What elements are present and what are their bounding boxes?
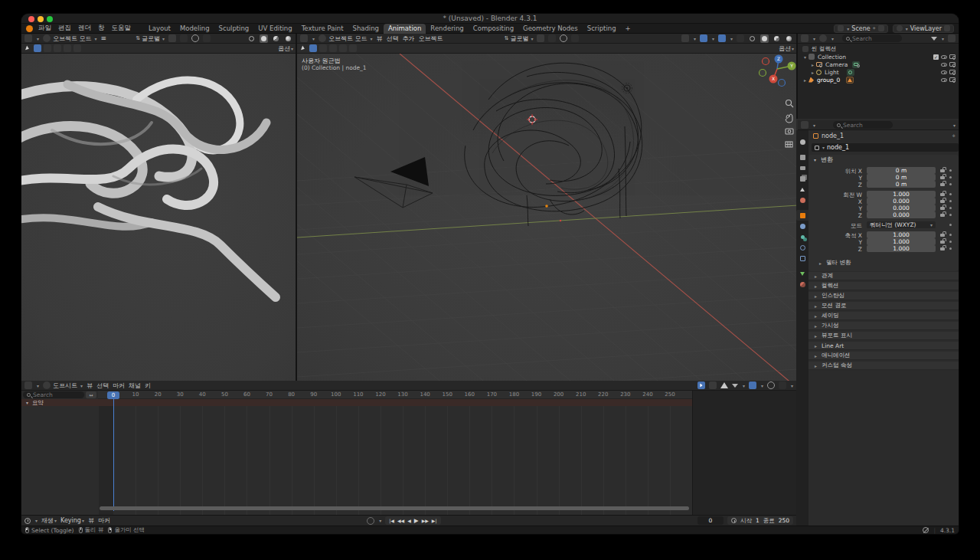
editor-type-icon[interactable] <box>300 34 308 42</box>
add-workspace-button[interactable]: + <box>621 24 635 34</box>
menu-window[interactable]: 창 <box>98 24 105 33</box>
tab-tool-icon[interactable] <box>796 136 808 147</box>
falloff-chevron[interactable] <box>790 382 793 389</box>
menu-marker[interactable]: 마커 <box>113 382 125 390</box>
view-layer-name[interactable]: ViewLayer <box>910 25 942 32</box>
select-mode-invert-icon[interactable] <box>64 44 71 52</box>
select-box-tool-icon[interactable] <box>34 44 41 52</box>
network-offline-icon[interactable] <box>923 527 929 533</box>
menu-render[interactable]: 렌더 <box>78 24 91 33</box>
jump-to-end-button[interactable]: ▶| <box>430 517 439 525</box>
tab-modifiers-icon[interactable] <box>796 221 808 231</box>
disable-render-icon[interactable] <box>949 77 956 82</box>
start-frame-field[interactable]: 1 <box>756 517 760 524</box>
previous-keyframe-button[interactable]: ◀◀ <box>396 517 406 525</box>
tweak-tool-icon[interactable] <box>24 44 31 52</box>
dope-sheet-mode-dropdown[interactable]: 도프시트 <box>43 382 83 390</box>
lock-icon[interactable] <box>940 176 945 179</box>
scale-y-field[interactable]: 1.000 <box>867 238 936 245</box>
outliner-row-camera[interactable]: ▸ Camera <box>798 61 959 68</box>
proportional-editing-icon[interactable] <box>191 34 199 42</box>
properties-search[interactable] <box>833 121 893 129</box>
disable-render-icon[interactable] <box>949 70 956 74</box>
editor-type-icon[interactable] <box>24 382 32 389</box>
group0-data-badge[interactable] <box>846 77 854 84</box>
outliner-row-scene-collection[interactable]: 씬 컬렉션 <box>798 45 959 53</box>
tab-object-data-icon[interactable] <box>796 268 808 279</box>
outliner-row-group0[interactable]: ▸ group_0 <box>798 76 959 84</box>
outliner-display-mode-icon[interactable] <box>801 34 808 42</box>
mode-dropdown[interactable]: 오브젝트 모드 <box>318 34 373 43</box>
tab-constraints-icon[interactable] <box>796 253 808 264</box>
lock-icon[interactable] <box>940 169 945 172</box>
snap-magnet-icon[interactable] <box>180 34 188 42</box>
menu-view[interactable]: 뷰 <box>87 382 93 390</box>
new-scene-icon[interactable] <box>878 25 884 31</box>
invert-filter-icon[interactable]: ↔ <box>86 391 96 398</box>
tab-scripting[interactable]: Scripting <box>583 24 621 34</box>
browse-object-chevron[interactable] <box>822 144 825 151</box>
pin-icon[interactable]: ⌖ <box>873 25 876 31</box>
viewport-center-canvas[interactable]: Z Y X 사용자 원근법 (0) Collection | node_1 <box>297 54 796 381</box>
menu-object[interactable]: 오브젝트 <box>419 34 443 43</box>
options-dropdown[interactable]: 옵션 <box>779 44 794 53</box>
sync-chevron[interactable] <box>378 517 381 524</box>
animate-dot-icon[interactable] <box>949 183 952 185</box>
editor-chevron[interactable] <box>831 35 834 42</box>
xray-toggle-icon[interactable] <box>737 34 744 42</box>
transform-orientation-dropdown[interactable]: ⇅ 글로벌 <box>136 34 165 43</box>
section-instancing[interactable]: ▸인스탄싱 <box>808 292 959 300</box>
menu-playback[interactable]: 재생 <box>41 516 57 525</box>
section-custom-properties[interactable]: ▸커스텀 속성 <box>808 362 959 370</box>
scene-selector[interactable]: Scene ⌖ <box>834 25 887 33</box>
outliner-search-input[interactable] <box>852 35 898 42</box>
select-mode-intersect-icon[interactable] <box>74 44 81 52</box>
tab-animation[interactable]: Animation <box>384 24 426 34</box>
shading-wireframe-icon[interactable] <box>247 34 256 43</box>
jump-to-start-button[interactable]: |◀ <box>387 517 396 525</box>
summary-channel-row[interactable]: ▾요약 <box>21 399 692 406</box>
scale-x-field[interactable]: 1.000 <box>867 231 936 238</box>
properties-editor-icon[interactable] <box>801 121 808 129</box>
new-collection-icon[interactable] <box>948 34 956 42</box>
object-name-field[interactable]: node_1 <box>812 143 959 152</box>
tab-compositing[interactable]: Compositing <box>469 24 518 34</box>
animate-dot-icon[interactable] <box>949 241 952 243</box>
outliner-editor-icon[interactable] <box>819 34 827 42</box>
select-mode-extend-icon[interactable] <box>44 44 51 52</box>
editor-type-chevron[interactable] <box>36 382 39 389</box>
select-mode-subtract-icon[interactable] <box>54 44 61 52</box>
menu-edit[interactable]: 편집 <box>58 24 71 33</box>
menu-marker[interactable]: 마커 <box>98 516 110 525</box>
rotation-x-field[interactable]: 0.000 <box>867 198 936 205</box>
lock-icon[interactable] <box>940 200 945 203</box>
snap-chevron[interactable] <box>760 382 763 389</box>
animate-dot-icon[interactable] <box>949 200 952 202</box>
tab-modeling[interactable]: Modeling <box>175 24 214 34</box>
only-selected-cursor-icon[interactable] <box>697 382 705 389</box>
shading-rendered-icon[interactable] <box>785 34 793 43</box>
tab-scene-icon[interactable] <box>796 184 808 195</box>
editor-type-icon[interactable] <box>24 34 32 42</box>
tab-render-icon[interactable] <box>796 152 808 162</box>
falloff-icon[interactable] <box>571 34 579 42</box>
section-viewport-display[interactable]: ▸뷰포트 표시 <box>808 332 959 340</box>
next-keyframe-button[interactable]: ▶▶ <box>420 517 430 525</box>
properties-search-input[interactable] <box>843 122 889 129</box>
show-hidden-icon[interactable] <box>709 382 717 389</box>
zoom-window-button[interactable] <box>47 16 53 22</box>
tab-rendering[interactable]: Rendering <box>426 24 468 34</box>
tab-geometry-nodes[interactable]: Geometry Nodes <box>518 24 583 34</box>
tab-material-icon[interactable] <box>796 279 808 290</box>
filter-chevron[interactable] <box>742 382 745 389</box>
menu-file[interactable]: 파일 <box>38 24 51 33</box>
select-mode-invert-icon[interactable] <box>339 44 347 52</box>
tab-output-icon[interactable] <box>796 162 808 173</box>
channel-search-input[interactable] <box>33 391 64 398</box>
hide-viewport-icon[interactable] <box>941 55 947 59</box>
section-relations[interactable]: ▸관계 <box>808 272 959 280</box>
tab-physics-icon[interactable] <box>796 242 808 253</box>
show-gizmo-icon[interactable] <box>700 34 707 42</box>
play-button[interactable]: ▶ <box>413 517 420 525</box>
tab-sculpting[interactable]: Sculpting <box>214 24 254 34</box>
